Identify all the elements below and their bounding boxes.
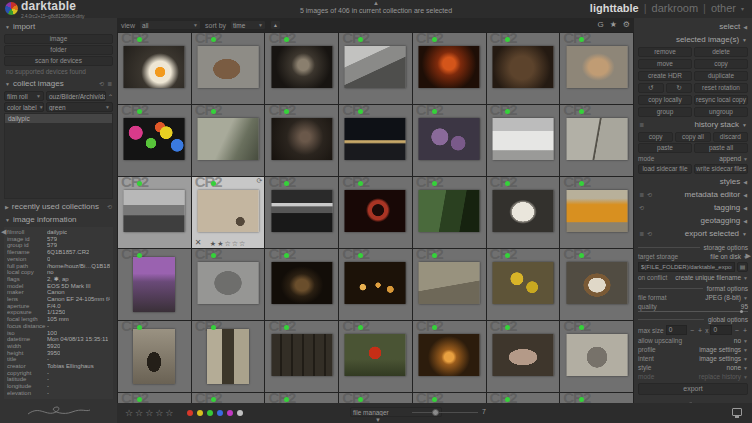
export-path-input[interactable]: [638, 262, 735, 272]
increment-button[interactable]: +: [742, 327, 748, 334]
thumbnail-graffiti-hearts[interactable]: CR2: [118, 105, 191, 176]
styles-module-header[interactable]: styles ◀: [638, 175, 748, 188]
metadata-editor-module-header[interactable]: ≣ ⟲ metadata editor ◀: [638, 188, 748, 201]
increment-button[interactable]: +: [697, 327, 703, 334]
thumbnail-skull[interactable]: CR2: [192, 33, 265, 104]
thumbnail-dark-portrait[interactable]: CR2: [265, 105, 338, 176]
thumbnail-calf[interactable]: CR2: [560, 33, 633, 104]
collect-rule2-value-select[interactable]: green▼: [46, 102, 113, 112]
presets-icon[interactable]: ⟲: [647, 191, 652, 198]
thumbnail-subway-bw[interactable]: CR2: [265, 177, 338, 248]
intent-select[interactable]: image settings▼: [699, 355, 748, 362]
thumbnail-candles[interactable]: CR2: [339, 249, 412, 320]
view-other[interactable]: other: [711, 2, 736, 14]
paste-all-history-button[interactable]: paste all: [694, 143, 748, 153]
style-select[interactable]: none▼: [727, 364, 748, 371]
thumbnail-dog[interactable]: CR2: [560, 249, 633, 320]
thumbnail-street-bw[interactable]: CR2: [118, 177, 191, 248]
ungroup-button[interactable]: ungroup: [694, 107, 748, 117]
paste-history-button[interactable]: paste: [638, 143, 692, 153]
thumbnail-partial-2[interactable]: CR2: [192, 393, 265, 403]
thumbnail-fern[interactable]: CR2: [413, 177, 486, 248]
bottom-panel-expander[interactable]: ▼: [375, 417, 381, 423]
export-selected-module-header[interactable]: ≣ ⟲ export selected ▼: [638, 227, 748, 240]
discard-history-button[interactable]: discard: [713, 132, 748, 142]
history-mode-select[interactable]: append▼: [719, 155, 748, 162]
thumbnail-partial-3[interactable]: CR2: [265, 393, 338, 403]
decrement-button[interactable]: −: [689, 327, 695, 334]
color-label-yellow[interactable]: [197, 410, 203, 416]
thumbnail-stone-tower[interactable]: CR2: [118, 321, 191, 392]
collapse-left-panel-arrow[interactable]: ◀: [1, 228, 6, 236]
collapse-right-panel-arrow[interactable]: ▶: [746, 252, 751, 260]
reset-icon[interactable]: ≣: [639, 191, 644, 198]
rating-stars-filter[interactable]: ☆☆☆☆☆: [125, 408, 175, 418]
view-lighttable[interactable]: lighttable: [590, 2, 639, 14]
create-hdr-button[interactable]: create HDR: [638, 71, 692, 81]
thumbnail-night-pier[interactable]: CR2: [339, 105, 412, 176]
move-button[interactable]: move: [638, 59, 692, 69]
presets-icon[interactable]: ≣: [639, 121, 644, 128]
profile-select[interactable]: image settings▼: [699, 346, 748, 353]
thumbnail-cracked-wall[interactable]: CR2: [560, 105, 633, 176]
thumbnail-fried-egg[interactable]: CR2: [118, 33, 191, 104]
copy-all-history-button[interactable]: copy all: [675, 132, 710, 142]
overlays-icon[interactable]: ★: [610, 20, 617, 30]
reset-rotation-button[interactable]: reset rotation: [694, 83, 748, 93]
thumbnail-purple-hair[interactable]: CR2: [118, 249, 191, 320]
collect-rule1-value[interactable]: ouz/Bilder/Archiv/dailypic: [46, 91, 106, 101]
thumbnail-partial-4[interactable]: CR2: [339, 393, 412, 403]
thumbnail-red-tulip[interactable]: CR2: [339, 321, 412, 392]
reject-icon[interactable]: ✕: [195, 239, 202, 247]
selected-images-module-header[interactable]: selected image(s) ▼: [638, 33, 748, 46]
copy-locally-button[interactable]: copy locally: [638, 95, 692, 105]
color-label-red[interactable]: [187, 410, 193, 416]
thumbnail-red-bokeh[interactable]: CR2: [339, 177, 412, 248]
select-module-header[interactable]: select ◀: [638, 20, 748, 33]
thumbnail-candle-jar[interactable]: CR2: [413, 321, 486, 392]
color-label-green[interactable]: [207, 410, 213, 416]
thumbnail-dark-arch[interactable]: CR2: [265, 249, 338, 320]
collection-list-item[interactable]: dailypic: [5, 114, 112, 123]
export-button[interactable]: export: [638, 383, 748, 395]
thumbnail-lidded-pot[interactable]: CR2: [487, 321, 560, 392]
color-label-purple[interactable]: [227, 410, 233, 416]
presets-icon[interactable]: ≣: [107, 80, 112, 87]
max-width-input[interactable]: 0: [666, 325, 687, 335]
collect-rule2-field-select[interactable]: color label▼: [4, 102, 44, 112]
zoom-slider-knob[interactable]: [432, 409, 439, 416]
collect-rule1-field-select[interactable]: film roll▼: [4, 91, 44, 101]
max-height-input[interactable]: 0: [710, 325, 731, 335]
top-panel-expander[interactable]: ▲: [373, 0, 379, 6]
thumbnail-orange-drink[interactable]: CR2: [560, 177, 633, 248]
thumbnail-partial-6[interactable]: CR2: [487, 393, 560, 403]
color-label-blue[interactable]: [217, 410, 223, 416]
delete-button[interactable]: delete: [694, 47, 748, 57]
thumbnail-purple-flowers[interactable]: CR2: [413, 105, 486, 176]
copy-button[interactable]: copy: [694, 59, 748, 69]
browse-folder-icon[interactable]: ▤: [737, 262, 748, 272]
load-sidecar-file-button[interactable]: load sidecar file: [638, 164, 692, 174]
copy-history-button[interactable]: copy: [638, 132, 673, 142]
thumbnail-hand-bulb[interactable]: CR2: [265, 33, 338, 104]
thumbnail-branch-buds[interactable]: CR2: [192, 105, 265, 176]
thumbnail-wood-planks[interactable]: CR2: [265, 321, 338, 392]
collect-images-module-header[interactable]: ▼ collect images ⟲ ≣: [4, 77, 113, 90]
presets-icon[interactable]: ⟲: [107, 203, 112, 210]
scan-for-devices-button[interactable]: scan for devices: [4, 56, 113, 66]
write-sidecar-files-button[interactable]: write sidecar files: [694, 164, 748, 174]
reset-icon[interactable]: ⟲: [99, 80, 104, 87]
target-storage-select[interactable]: file on disk▼: [710, 253, 748, 260]
thumbnail-stone-window[interactable]: CR2: [192, 321, 265, 392]
rule-options-icon[interactable]: ⌃: [108, 93, 113, 100]
import-module-header[interactable]: ▼ import: [4, 20, 113, 33]
chevron-down-icon[interactable]: ▾: [741, 5, 744, 12]
quality-slider[interactable]: [638, 311, 748, 312]
display-profile-icon[interactable]: [732, 408, 742, 416]
file-format-select[interactable]: JPEG (8-bit)▼: [705, 294, 748, 301]
history-stack-module-header[interactable]: ≣ history stack ▼: [638, 118, 748, 131]
thumbnail-metal-bird[interactable]: CR2: [192, 249, 265, 320]
grouping-icon[interactable]: G: [597, 20, 603, 30]
thumbnail-building-bw[interactable]: CR2: [339, 33, 412, 104]
remove-button[interactable]: remove: [638, 47, 692, 57]
